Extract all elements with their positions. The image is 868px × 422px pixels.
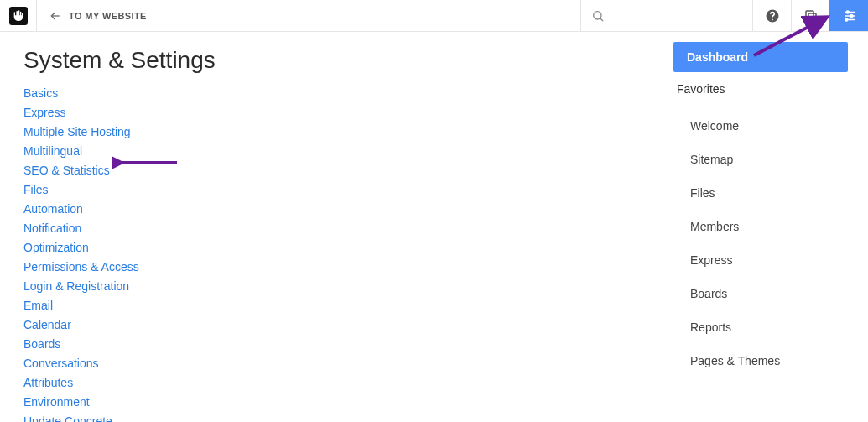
dashboard-nav-item[interactable]: Sitemap [673,143,848,176]
settings-link[interactable]: Login & Registration [23,277,639,296]
svg-point-4 [846,11,849,13]
favorites-label: Favorites [673,72,848,102]
dashboard-nav-item[interactable]: Pages & Themes [673,344,848,378]
settings-link[interactable]: Automation [23,200,639,219]
page-title: System & Settings [23,47,639,74]
top-bar: TO MY WEBSITE [0,0,868,32]
dashboard-nav-list: Welcome Sitemap Files Members Express Bo… [673,109,848,378]
dashboard-nav-item[interactable]: Members [673,210,848,243]
settings-link[interactable]: Permissions & Access [23,258,639,277]
copy-icon [803,8,819,23]
settings-link[interactable]: Basics [23,84,639,103]
dashboard-nav-item[interactable]: Files [673,176,848,210]
settings-link[interactable]: Multilingual [23,142,639,161]
settings-link[interactable]: Attributes [23,373,639,393]
app-logo[interactable] [0,0,37,31]
settings-link[interactable]: Calendar [23,315,639,335]
dashboard-nav-item[interactable]: Express [673,243,848,277]
settings-link[interactable]: Notification [23,219,639,238]
search-input[interactable] [580,0,752,31]
pages-button[interactable] [791,0,829,31]
settings-link[interactable]: SEO & Statistics [23,161,639,180]
settings-link[interactable]: Update Concrete [23,412,639,422]
svg-point-8 [845,18,847,21]
settings-link[interactable]: Conversations [23,354,639,373]
panel-header[interactable]: Dashboard [673,42,848,72]
settings-link[interactable]: Express [23,103,639,122]
main-content: System & Settings Basics Express Multipl… [0,32,663,422]
settings-link[interactable]: Optimization [23,238,639,258]
dashboard-nav-item[interactable]: Boards [673,277,848,310]
back-label: TO MY WEBSITE [69,11,147,21]
search-icon [591,9,605,23]
settings-sliders-button[interactable] [829,0,868,31]
settings-link[interactable]: Environment [23,393,639,412]
settings-link-list: Basics Express Multiple Site Hosting Mul… [23,84,639,422]
hand-icon [12,9,25,23]
dashboard-nav-item[interactable]: Reports [673,310,848,344]
help-button[interactable] [752,0,791,31]
settings-link[interactable]: Email [23,296,639,315]
svg-rect-2 [806,11,813,18]
dashboard-nav-item[interactable]: Welcome [673,109,848,143]
sliders-icon [842,8,857,23]
settings-link[interactable]: Multiple Site Hosting [23,122,639,142]
settings-link[interactable]: Files [23,180,639,200]
settings-link[interactable]: Boards [23,335,639,354]
svg-rect-1 [808,13,816,21]
arrow-left-icon [49,9,62,23]
dashboard-panel: Dashboard Favorites Welcome Sitemap File… [663,32,868,422]
svg-point-6 [850,14,852,17]
help-icon [765,8,780,23]
svg-point-0 [594,11,601,18]
back-to-website-button[interactable]: TO MY WEBSITE [37,0,159,31]
